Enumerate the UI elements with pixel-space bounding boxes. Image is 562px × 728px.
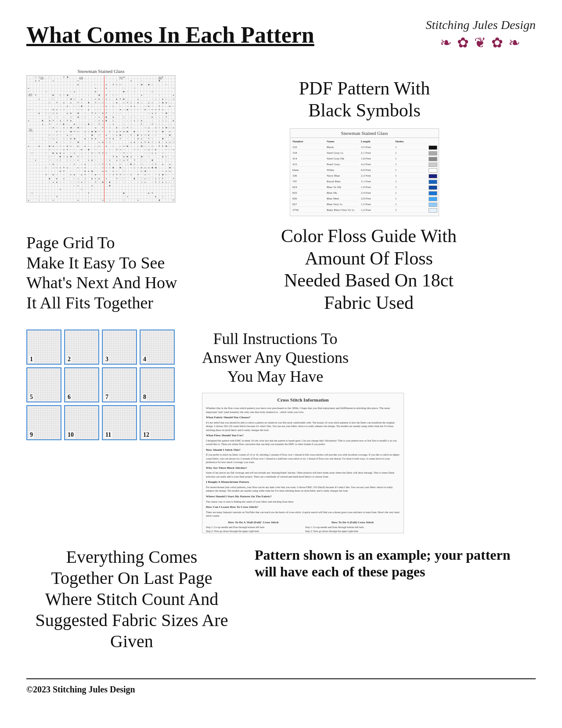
- stitch-cell: ×: [51, 148, 55, 151]
- stitch-cell: □: [104, 180, 108, 184]
- stitch-cell: ■: [154, 148, 158, 151]
- stitch-cell: ×: [73, 184, 76, 187]
- stitch-cell: ·: [108, 108, 112, 112]
- pdf-pattern-label: PDF Pattern WithBlack Symbols: [299, 77, 430, 122]
- stitch-cell: ▼: [133, 159, 136, 162]
- half-stitch-title: How To Do A 'Half (Full)' Cross Stitch: [206, 521, 301, 525]
- stitch-cell: [55, 76, 58, 79]
- stitch-cell: ▲: [87, 170, 90, 173]
- stitch-cell: [97, 90, 101, 94]
- stitch-cell: ×: [115, 112, 119, 115]
- stitch-cell: ▼: [112, 155, 115, 159]
- stitch-cell: ○: [83, 112, 87, 115]
- stitch-cell: [158, 155, 161, 159]
- stitch-cell: ×: [87, 195, 90, 198]
- stitch-cell: ▲: [87, 108, 90, 112]
- stitch-cell: [30, 86, 34, 90]
- stitch-cell: [76, 119, 80, 122]
- stitch-cell: ●: [97, 119, 101, 122]
- stitch-cell: [27, 191, 30, 195]
- stitch-cell: ▪: [101, 130, 104, 133]
- stitch-cell: [158, 86, 161, 90]
- stitch-cell: ▼: [51, 119, 55, 122]
- stitch-cell: [101, 79, 104, 83]
- stitch-cell: [87, 86, 90, 90]
- stitch-cell: ·: [51, 141, 55, 144]
- stitch-cell: ◇: [119, 162, 122, 166]
- stitch-cell: ●: [34, 159, 37, 162]
- stitch-cell: ◆: [87, 123, 90, 126]
- stitch-cell: ▼: [158, 108, 161, 112]
- stitch-cell: □: [104, 162, 108, 166]
- stitch-cell: ▲: [27, 86, 30, 90]
- stitch-cell: [44, 79, 48, 83]
- stitch-cell: ▪: [172, 112, 175, 115]
- stitch-cell: ▼: [144, 141, 147, 144]
- stitch-cell: ◇: [48, 133, 51, 137]
- stitch-cell: [90, 162, 94, 166]
- stitch-cell: [168, 90, 172, 94]
- stitch-cell: [27, 159, 30, 162]
- stitch-cell: ▲: [66, 104, 69, 108]
- stitch-columns: How To Do A 'Half (Full)' Cross Stitch S…: [206, 521, 400, 533]
- floss-swatch: [429, 208, 437, 213]
- stitch-cell: [73, 115, 76, 119]
- stitch-cell: ◇: [101, 123, 104, 126]
- stitch-cell: [147, 123, 151, 126]
- stitch-cell: [83, 159, 87, 162]
- stitch-cell: [87, 79, 90, 83]
- stitch-cell: ●: [55, 112, 58, 115]
- stitch-cell: ▼: [104, 94, 108, 97]
- stitch-cell: ●: [161, 126, 165, 130]
- stitch-cell: +: [87, 94, 90, 97]
- stitch-cell: [58, 184, 62, 187]
- stitch-cell: ○: [101, 173, 104, 177]
- stitch-cell: ◆: [90, 170, 94, 173]
- stitch-cell: ▪: [94, 115, 97, 119]
- stitch-cell: [126, 180, 129, 184]
- stitch-cell: ■: [48, 119, 51, 122]
- stitch-cell: ■: [161, 97, 165, 101]
- stitch-cell: +: [87, 155, 90, 159]
- stitch-cell: [83, 86, 87, 90]
- stitch-cell: +: [122, 195, 126, 198]
- stitch-cell: [73, 86, 76, 90]
- thumb-num-7: 7: [104, 394, 109, 401]
- stitch-cell: [27, 112, 30, 115]
- thumb-num-8: 8: [142, 394, 147, 401]
- stitch-cell: ●: [97, 144, 101, 148]
- stitch-cell: [161, 90, 165, 94]
- stitch-cell: □: [55, 115, 58, 119]
- stitch-cell: [126, 86, 129, 90]
- stitch-cell: ·: [144, 155, 147, 159]
- stitch-cell: [136, 123, 140, 126]
- stitch-cell: ■: [112, 137, 115, 140]
- stitch-cell: ●: [140, 170, 144, 173]
- stitch-cell: ◆: [165, 144, 168, 148]
- floss-name: Navy Blue: [326, 174, 359, 178]
- stitch-cell: ■: [147, 133, 151, 137]
- stitch-cell: ◆: [66, 94, 69, 97]
- stitch-cell: [119, 191, 122, 195]
- stitch-cell: [101, 177, 104, 180]
- floss-length: 1.5 Feet: [360, 202, 393, 207]
- stitch-cell: [108, 177, 112, 180]
- stitch-cell: ◇: [58, 94, 62, 97]
- stitch-cell: ·: [133, 155, 136, 159]
- stitch-cell: ▼: [90, 151, 94, 155]
- stitch-cell: [101, 191, 104, 195]
- stitch-cell: [37, 101, 41, 104]
- stitch-cell: [129, 170, 133, 173]
- stitch-cell: [58, 162, 62, 166]
- stitch-cell: ▼: [172, 177, 175, 180]
- stitch-cell: ▼: [90, 112, 94, 115]
- stitch-cell: [27, 76, 30, 79]
- stitch-cell: □: [154, 133, 158, 137]
- stitch-cell: ●: [112, 170, 115, 173]
- stitch-cell: [144, 191, 147, 195]
- stitch-cell: [44, 133, 48, 137]
- stitch-cell: □: [122, 173, 126, 177]
- thumb-num-6: 6: [67, 394, 72, 401]
- page-grid-text: Page Grid ToMake It Easy To SeeWhat's Ne…: [26, 233, 184, 313]
- stitch-cell: [58, 115, 62, 119]
